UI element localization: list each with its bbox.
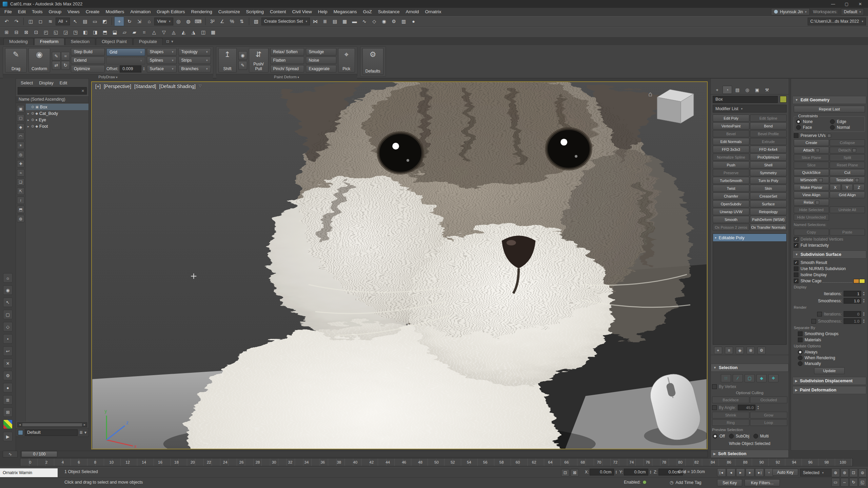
custom-tool-16-icon[interactable]: △ (150, 28, 159, 37)
custom-tool-17-icon[interactable]: ▽ (159, 28, 169, 37)
selection-rollout-header[interactable]: Selection (711, 364, 789, 372)
modifier-button[interactable]: Edit Normals (713, 138, 749, 145)
preview-selection-radio[interactable]: SubObj (729, 434, 749, 439)
modifier-list-dropdown[interactable]: Modifier List (713, 105, 787, 113)
modifier-button[interactable]: Chamfer (713, 192, 749, 200)
menu-item[interactable]: Modifiers (102, 9, 127, 14)
modifier-button[interactable]: Shell (750, 161, 787, 168)
grid-icon[interactable]: ⊞ (3, 407, 13, 417)
culling-button[interactable]: Occluded (750, 396, 787, 403)
display-shapes-icon[interactable]: ◠ (17, 133, 24, 140)
explorer-menu-item[interactable]: Edit (57, 79, 70, 87)
select-and-move-icon[interactable]: + (114, 17, 124, 26)
coordinate-field[interactable]: 0.0cm (624, 469, 648, 475)
edit-geometry-button[interactable]: Attach (794, 147, 829, 154)
stack-entry[interactable]: ▸ Editable Poly (713, 234, 786, 241)
cage-selected-color-swatch[interactable] (859, 279, 865, 283)
scroll-left-icon[interactable]: ◄ (18, 423, 22, 426)
modifier-button[interactable]: Symmetry (750, 169, 787, 176)
soft-selection-rollout-header[interactable]: Soft Selection (711, 450, 789, 458)
edit-named-sets-icon[interactable]: ▧ (252, 17, 261, 26)
modifier-button[interactable]: PathDeform (WSM) (750, 216, 787, 223)
menu-item[interactable]: Megascans (330, 9, 360, 14)
zoom-region-icon[interactable]: ▭ (831, 478, 840, 487)
custom-tool-13-icon[interactable]: ▱ (120, 28, 129, 37)
menu-item[interactable]: Arnold (403, 9, 422, 14)
modifier-button[interactable]: Normalize Spline (713, 154, 749, 161)
edit-geometry-button[interactable]: Named Selections: (794, 221, 865, 228)
key-mode-dropdown[interactable]: Selected (800, 469, 833, 476)
edit-geometry-button[interactable]: X (830, 184, 841, 191)
paint-brush-icon[interactable]: ✎ (238, 61, 247, 70)
full-interactivity-checkbox[interactable]: Full Interactivity (794, 243, 865, 248)
modifier-button[interactable]: ProOptimizer (750, 154, 787, 161)
materials-checkbox[interactable]: Materials (798, 338, 865, 342)
polydraw-flyout-button[interactable]: Surface (147, 65, 177, 73)
selection-grow-button[interactable]: Loop (750, 419, 787, 426)
constraint-radio[interactable]: None (796, 119, 829, 124)
explorer-search-input[interactable]: ✕ (18, 87, 87, 95)
edit-geometry-button[interactable]: Detach (830, 147, 865, 154)
visibility-icon[interactable]: ⊙ (31, 105, 34, 109)
angle-snap-icon[interactable]: ∠ (218, 17, 227, 26)
object-name-field[interactable]: Box (713, 96, 778, 103)
custom-tool-06-icon[interactable]: ◱ (51, 28, 60, 37)
scene-object-row[interactable]: ▸ ⊙ ◆ Foot (26, 123, 88, 129)
custom-tool-01-icon[interactable]: ⊞ (2, 28, 11, 37)
active-layer-name[interactable]: Default (25, 429, 78, 436)
expand-arrow-icon[interactable]: ▸ (27, 112, 30, 115)
render-production-icon[interactable]: ● (409, 17, 418, 26)
scene-object-row[interactable]: ▸ ⊙ ● Eye (26, 117, 88, 123)
custom-tool-20-icon[interactable]: ◮ (189, 28, 198, 37)
show-cage-checkbox[interactable]: Show Cage (794, 279, 822, 283)
edit-geometry-button[interactable]: Grid Align (830, 191, 865, 198)
modifier-button[interactable]: Smooth (713, 216, 749, 223)
edit-geometry-button[interactable]: Copy (794, 229, 829, 236)
custom-tool-22-icon[interactable]: ▦ (209, 28, 218, 37)
menu-item[interactable]: Ornatrix (422, 9, 445, 14)
ribbon-options-icon[interactable]: ⊡ (166, 39, 169, 44)
track-bar[interactable]: 0246810121416182022242628303234363840424… (20, 458, 853, 466)
update-option-radio[interactable]: Manually (798, 361, 865, 366)
align-icon[interactable]: ≣ (320, 17, 330, 26)
render-smoothness-spinner[interactable]: 1.0 (844, 318, 861, 324)
custom-tool-19-icon[interactable]: ◭ (179, 28, 188, 37)
expand-arrow-icon[interactable]: ▸ (27, 118, 30, 122)
keyboard-override-icon[interactable]: ⌨ (194, 17, 203, 26)
paint-deform-button[interactable]: Exaggerate (306, 65, 336, 73)
zoom-extents-all-icon[interactable]: ⊜ (859, 468, 867, 477)
display-helpers-icon[interactable]: ✚ (17, 160, 24, 167)
sphere-icon[interactable]: ● (3, 383, 13, 392)
polydraw-button[interactable]: Step Build (71, 48, 105, 56)
modify-tab-icon[interactable]: ◔ (723, 86, 732, 94)
rectangle-tool-icon[interactable]: ▢ (3, 310, 13, 319)
menu-item[interactable]: GoZ (360, 9, 375, 14)
set-key-button[interactable]: Set Key (717, 479, 742, 486)
coordinate-field[interactable]: 0.0cm (590, 469, 614, 475)
orbit-icon[interactable]: ↻ (849, 478, 858, 487)
redo-icon[interactable]: ↷ (12, 17, 21, 26)
custom-tool-08-icon[interactable]: ◳ (71, 28, 80, 37)
named-selection-sets-dropdown[interactable]: Create Selection Set (261, 18, 310, 25)
custom-tool-09-icon[interactable]: ◧ (81, 28, 90, 37)
viewport-settings-icon[interactable]: ▽ (199, 84, 201, 89)
clear-search-icon[interactable]: ✕ (79, 89, 86, 93)
offset-spin-arrows[interactable]: ▲▼ (143, 67, 145, 71)
layer-options-icon[interactable]: ▾ (84, 430, 86, 435)
motion-tab-icon[interactable]: ◎ (743, 86, 752, 94)
mini-curve-editor-button[interactable]: ∿ (3, 451, 18, 458)
modifier-button[interactable]: Ox Transfer Normals (750, 224, 787, 231)
create-tab-icon[interactable]: + (713, 86, 722, 94)
display-containers-icon[interactable]: ⬒ (17, 206, 24, 213)
modifier-button[interactable]: VertexPaint (713, 122, 749, 129)
menu-item[interactable]: Rendering (188, 9, 215, 14)
ribbon-minimize-icon[interactable]: ▾ (171, 39, 173, 44)
modifier-button[interactable]: Ox Poisson 2 zeros (713, 224, 749, 231)
ribbon-tab[interactable]: Modeling (3, 38, 34, 45)
undo-arrow-icon[interactable]: ↩ (3, 346, 13, 356)
ribbon-tab[interactable]: Object Paint (96, 38, 133, 45)
shift-tool-button[interactable]: ↥Shift (218, 48, 237, 73)
menu-item[interactable]: Tools (29, 9, 46, 14)
edit-geometry-button[interactable]: Hide Unselected (794, 214, 829, 221)
explorer-sort-header[interactable]: Name (Sorted Ascending) (16, 96, 88, 103)
